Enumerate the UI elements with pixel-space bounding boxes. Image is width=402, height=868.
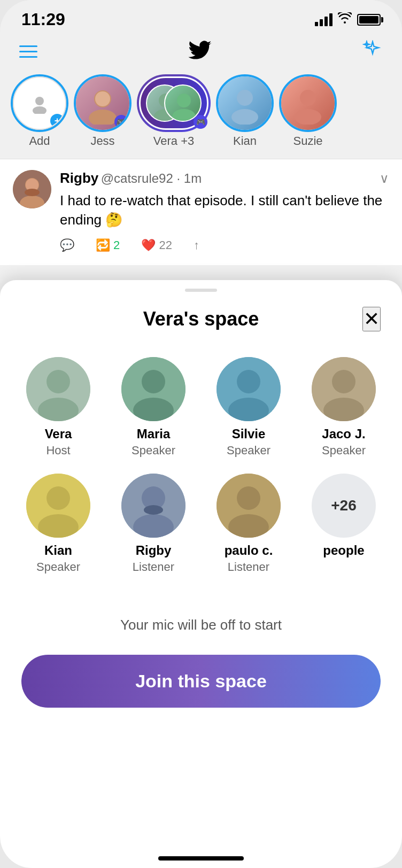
story-item-suzie[interactable]: Suzie — [281, 76, 335, 148]
participant-avatar-silvie — [217, 357, 281, 421]
svg-point-38 — [237, 486, 260, 510]
story-label-jess: Jess — [90, 134, 114, 148]
tweet-share-icon[interactable]: ↑ — [194, 238, 199, 252]
participant-rigby[interactable]: Rigby Listener — [111, 474, 196, 574]
sheet-handle — [185, 289, 217, 292]
participant-avatar-maria — [121, 357, 185, 421]
story-label-suzie: Suzie — [293, 134, 322, 148]
participant-avatar-rigby — [121, 474, 185, 538]
close-button[interactable]: ✕ — [362, 307, 381, 331]
svg-point-19 — [47, 370, 70, 393]
more-count: +26 — [331, 497, 357, 514]
svg-point-31 — [47, 486, 70, 510]
spaces-modal: Vera's space ✕ Vera Host — [0, 280, 402, 868]
join-button-label: Join this space — [135, 671, 267, 691]
tweet-like-icon[interactable]: ❤️ 22 — [141, 238, 172, 252]
story-dot-jess: 🎮 — [114, 115, 128, 129]
svg-point-25 — [237, 370, 260, 393]
participant-avatar-paulo — [217, 474, 281, 538]
participant-role-vera: Host — [46, 444, 70, 458]
home-indicator — [158, 856, 244, 861]
participant-kian[interactable]: Kian Speaker — [16, 474, 100, 574]
hamburger-menu-button[interactable] — [19, 45, 37, 58]
participant-maria[interactable]: Maria Speaker — [111, 357, 196, 458]
participant-avatar-jaco — [312, 357, 376, 421]
story-dot-vera: 🎮 — [194, 115, 207, 129]
participant-role-jaco: Speaker — [322, 444, 366, 458]
status-bar: 11:29 — [0, 0, 402, 35]
twitter-logo — [188, 41, 212, 62]
participant-name-silvie: Silvie — [232, 427, 266, 441]
mic-notice: Your mic will be off to start — [0, 585, 402, 649]
participants-grid: Vera Host Maria Speaker — [0, 336, 402, 585]
svg-point-9 — [237, 90, 253, 106]
svg-point-28 — [332, 370, 355, 393]
wifi-icon — [338, 12, 352, 27]
participant-role-rigby: Listener — [133, 560, 174, 574]
participant-role-kian: Speaker — [36, 560, 80, 574]
participant-name-kian: Kian — [44, 543, 72, 558]
battery-icon — [357, 14, 381, 26]
svg-point-12 — [295, 109, 321, 125]
svg-point-7 — [177, 94, 191, 107]
participant-avatar-kian — [26, 474, 90, 538]
svg-point-1 — [33, 106, 47, 114]
svg-point-11 — [300, 90, 316, 106]
svg-point-17 — [25, 189, 40, 196]
svg-point-4 — [95, 91, 110, 106]
participant-name-paulo: paulo c. — [225, 543, 273, 558]
story-label-kian: Kian — [233, 134, 257, 148]
participant-more[interactable]: +26 people — [302, 474, 386, 574]
svg-point-22 — [142, 370, 165, 393]
sheet-header: Vera's space ✕ — [0, 303, 402, 336]
svg-point-36 — [144, 505, 163, 515]
tweet-text: I had to re-watch that episode. I still … — [60, 191, 389, 230]
participant-role-paulo: Listener — [228, 560, 269, 574]
signal-icon — [315, 13, 333, 26]
story-label-add: Add — [29, 134, 50, 148]
story-label-vera: Vera +3 — [153, 134, 194, 148]
status-time: 11:29 — [21, 10, 65, 29]
svg-point-10 — [231, 109, 258, 125]
twitter-header — [0, 35, 402, 71]
tweet-chevron-icon[interactable]: ∨ — [380, 171, 389, 186]
tweet-actions: 💬 🔁 2 ❤️ 22 ↑ — [60, 238, 389, 252]
participant-name-vera: Vera — [45, 427, 72, 441]
participant-paulo[interactable]: paulo c. Listener — [206, 474, 291, 574]
participant-vera[interactable]: Vera Host — [16, 357, 100, 458]
participant-name-rigby: Rigby — [136, 543, 172, 558]
tweet-avatar — [13, 170, 51, 208]
story-item-jess[interactable]: 🎮 Jess — [76, 76, 129, 148]
participant-name-jaco: Jaco J. — [322, 427, 365, 441]
more-people-label: people — [323, 543, 364, 558]
tweet-reply-icon[interactable]: 💬 — [60, 238, 74, 252]
sheet-title: Vera's space — [143, 308, 259, 330]
participant-jaco[interactable]: Jaco J. Speaker — [302, 357, 386, 458]
tweet-username: Rigby — [60, 170, 98, 186]
join-space-button[interactable]: Join this space — [21, 655, 381, 708]
sparkle-icon[interactable] — [362, 40, 383, 63]
stories-row: + Add 🎮 Jess — [0, 71, 402, 159]
svg-point-8 — [172, 109, 196, 122]
tweet-retweet-icon[interactable]: 🔁 2 — [96, 238, 120, 252]
participant-role-maria: Speaker — [132, 444, 175, 458]
participant-role-silvie: Speaker — [227, 444, 270, 458]
participant-avatar-vera — [26, 357, 90, 421]
story-item-kian[interactable]: Kian — [218, 76, 272, 148]
story-item-vera[interactable]: 🎮 Vera +3 — [139, 76, 208, 148]
participant-name-maria: Maria — [137, 427, 171, 441]
svg-point-3 — [89, 110, 117, 125]
svg-point-0 — [35, 97, 44, 105]
tweet-handle: @catsrule92 · 1m — [101, 171, 202, 185]
phone-frame: 11:29 — [0, 0, 402, 868]
status-icons — [315, 12, 381, 27]
tweet-preview: Rigby @catsrule92 · 1m ∨ I had to re-wat… — [0, 159, 402, 265]
more-people-circle: +26 — [312, 474, 376, 538]
story-item-add[interactable]: + Add — [13, 76, 66, 148]
participant-silvie[interactable]: Silvie Speaker — [206, 357, 291, 458]
